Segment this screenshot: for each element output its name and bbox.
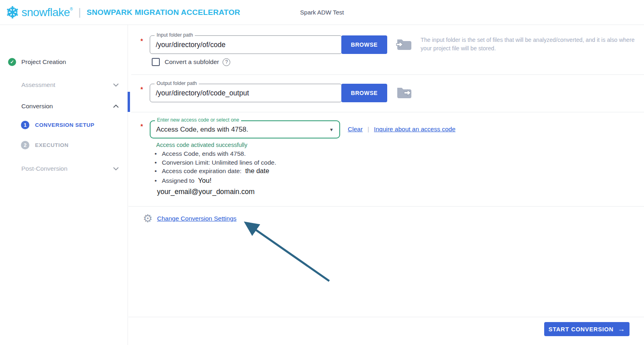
sidebar-item-label: EXECUTION: [35, 142, 68, 148]
step-number-badge: 2: [21, 141, 29, 149]
check-icon: ✓: [8, 58, 16, 66]
sidebar-item-assessment[interactable]: Assessment: [21, 81, 119, 89]
list-item: Access code expiration date:the date: [154, 167, 280, 176]
inquire-access-code-link[interactable]: Inquire about an access code: [374, 126, 456, 133]
access-code-label: Enter new access code or select one: [155, 117, 241, 123]
step-number-badge: 1: [21, 121, 29, 129]
dropdown-caret-icon: ▼: [329, 127, 334, 132]
output-browse-button[interactable]: BROWSE: [341, 84, 387, 102]
input-folder-field[interactable]: Input folder path: [150, 35, 342, 54]
required-marker: *: [140, 123, 143, 130]
chevron-down-icon: [113, 83, 119, 87]
convert-subfolder-label: Convert a subfolder: [165, 58, 219, 66]
list-item: Conversion Limit: Unlimited lines of cod…: [154, 158, 280, 167]
link-divider: |: [367, 126, 369, 133]
output-folder-label: Output folder path: [155, 81, 199, 86]
list-item: Assigned toYou!: [154, 176, 280, 186]
section-divider: [131, 74, 644, 75]
help-icon[interactable]: ?: [223, 58, 230, 66]
input-folder-input[interactable]: [150, 36, 342, 54]
sidebar-item-label: Project Creation: [21, 58, 66, 66]
main-content: * Input folder path BROWSE The input fol…: [128, 25, 644, 345]
access-code-success-message: Access code activated successfully: [156, 142, 247, 148]
convert-subfolder-checkbox[interactable]: [152, 58, 160, 66]
change-settings-row: ⚙ Change Conversion Settings: [143, 213, 237, 224]
start-conversion-button[interactable]: START CONVERSION →: [544, 322, 630, 336]
sidebar-item-conversion[interactable]: Conversion: [21, 103, 119, 110]
sidebar-item-label: Conversion: [21, 103, 53, 110]
registered-mark: ®: [70, 7, 73, 11]
sidebar-item-label: Assessment: [21, 81, 55, 89]
sidebar-item-post-conversion[interactable]: Post-Conversion: [21, 165, 119, 172]
section-divider: [128, 206, 644, 207]
gear-icon: ⚙: [143, 213, 153, 224]
sidebar-item-conversion-setup[interactable]: 1 CONVERSION SETUP: [21, 121, 95, 129]
access-code-links: Clear | Inquire about an access code: [348, 126, 456, 133]
change-conversion-settings-link[interactable]: Change Conversion Settings: [157, 215, 236, 222]
output-folder-input[interactable]: [150, 84, 342, 102]
sidebar-item-label: Post-Conversion: [21, 165, 68, 172]
section-divider: [131, 112, 644, 112]
input-browse-button[interactable]: BROWSE: [341, 35, 387, 54]
sidebar-item-execution[interactable]: 2 EXECUTION: [21, 141, 68, 149]
convert-subfolder-row: Convert a subfolder ?: [152, 58, 230, 66]
chevron-down-icon: [113, 167, 119, 170]
access-code-selected-value: Access Code, ends with 4758.: [151, 121, 339, 138]
sidebar-item-project-creation[interactable]: ✓ Project Creation: [8, 58, 66, 66]
footer-divider: [128, 317, 644, 317]
required-marker: *: [140, 38, 143, 45]
input-helper-text: The input folder is the set of files tha…: [421, 36, 640, 53]
folder-input-icon: [396, 37, 412, 51]
input-folder-label: Input folder path: [155, 32, 195, 38]
brand-wordmark: snowflake®: [22, 6, 73, 19]
brand-separator: |: [78, 6, 81, 19]
clear-link[interactable]: Clear: [348, 126, 363, 133]
output-folder-field[interactable]: Output folder path: [150, 84, 342, 102]
folder-output-icon: [396, 86, 412, 99]
assigned-email: your_email@your_domain.com: [157, 188, 254, 196]
arrow-right-icon: →: [617, 325, 625, 333]
access-code-select[interactable]: Enter new access code or select one Acce…: [150, 120, 340, 138]
sidebar: ✓ Project Creation Assessment Conversion…: [0, 25, 128, 345]
app-title: SNOWPARK MIGRATION ACCELERATOR: [87, 8, 240, 17]
sidebar-item-label: CONVERSION SETUP: [35, 122, 95, 128]
snowflake-brand: ❄ snowflake® | SNOWPARK MIGRATION ACCELE…: [6, 4, 240, 21]
chevron-up-icon: [113, 105, 119, 108]
app-header: ❄ snowflake® | SNOWPARK MIGRATION ACCELE…: [0, 0, 644, 25]
list-item: Access Code, ends with 4758.: [154, 149, 280, 158]
snowflake-logo-icon: ❄: [6, 4, 19, 21]
access-code-details-list: Access Code, ends with 4758. Conversion …: [154, 149, 280, 186]
required-marker: *: [140, 86, 143, 93]
active-step-indicator: [128, 92, 130, 112]
start-conversion-label: START CONVERSION: [549, 326, 614, 333]
